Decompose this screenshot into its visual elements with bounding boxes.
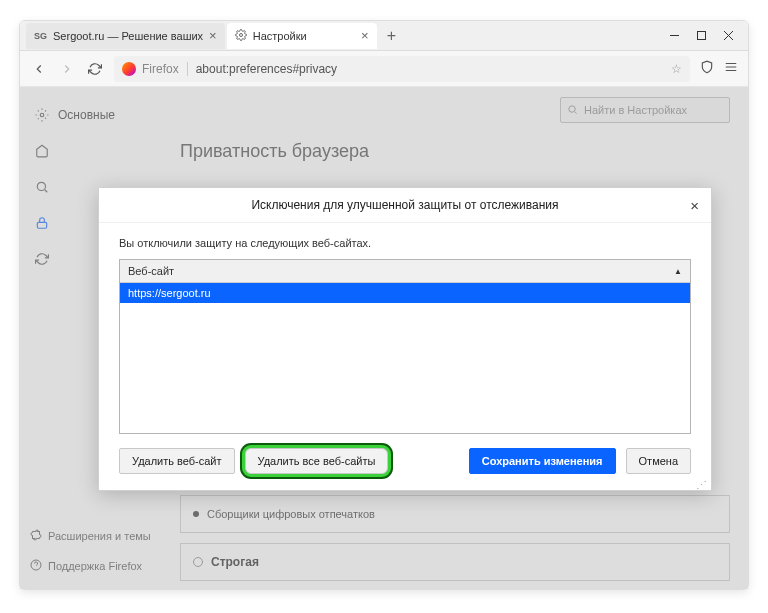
favicon: SG bbox=[34, 31, 47, 41]
sort-icon[interactable]: ▲ bbox=[674, 267, 682, 276]
cancel-button[interactable]: Отмена bbox=[626, 448, 691, 474]
firefox-icon bbox=[122, 62, 136, 76]
identity-label: Firefox bbox=[142, 62, 179, 76]
dialog-message: Вы отключили защиту на следующих веб-сай… bbox=[119, 237, 691, 249]
remove-site-button[interactable]: Удалить веб-сайт bbox=[119, 448, 235, 474]
exceptions-list: Веб-сайт ▲ https://sergoot.ru bbox=[119, 259, 691, 434]
back-button[interactable] bbox=[30, 60, 48, 78]
tab-settings[interactable]: Настройки × bbox=[227, 23, 377, 49]
list-body[interactable]: https://sergoot.ru bbox=[120, 283, 690, 433]
remove-all-sites-button[interactable]: Удалить все веб-сайты bbox=[245, 448, 389, 474]
close-icon[interactable]: × bbox=[361, 28, 369, 43]
reload-button[interactable] bbox=[86, 60, 104, 78]
save-button[interactable]: Сохранить изменения bbox=[469, 448, 616, 474]
minimize-icon[interactable] bbox=[669, 30, 680, 41]
gear-icon bbox=[235, 29, 247, 43]
list-item[interactable]: https://sergoot.ru bbox=[120, 283, 690, 303]
tab-label: Sergoot.ru — Решение ваших bbox=[53, 30, 203, 42]
column-label: Веб-сайт bbox=[128, 265, 174, 277]
new-tab-button[interactable]: + bbox=[379, 27, 404, 45]
address-bar[interactable]: Firefox about:preferences#privacy ☆ bbox=[114, 56, 690, 82]
tab-sergoot[interactable]: SG Sergoot.ru — Решение ваших × bbox=[26, 23, 225, 49]
svg-point-0 bbox=[239, 33, 242, 36]
url-text: about:preferences#privacy bbox=[196, 62, 337, 76]
close-icon[interactable]: × bbox=[209, 28, 217, 43]
dialog-title: Исключения для улучшенной защиты от отсл… bbox=[251, 198, 558, 212]
list-header[interactable]: Веб-сайт ▲ bbox=[120, 260, 690, 283]
close-icon[interactable]: × bbox=[690, 197, 699, 214]
bookmark-star-icon[interactable]: ☆ bbox=[671, 62, 682, 76]
menu-icon[interactable] bbox=[724, 60, 738, 77]
resize-handle[interactable]: ⋰ bbox=[696, 482, 707, 488]
shield-icon[interactable] bbox=[700, 60, 714, 77]
forward-button[interactable] bbox=[58, 60, 76, 78]
browser-window: SG Sergoot.ru — Решение ваших × Настройк… bbox=[19, 20, 749, 590]
dialog-title-bar: Исключения для улучшенной защиты от отсл… bbox=[99, 188, 711, 223]
window-close-icon[interactable] bbox=[723, 30, 734, 41]
tabstrip: SG Sergoot.ru — Решение ваших × Настройк… bbox=[20, 21, 748, 51]
svg-rect-1 bbox=[698, 32, 706, 40]
toolbar: Firefox about:preferences#privacy ☆ bbox=[20, 51, 748, 87]
tab-label: Настройки bbox=[253, 30, 355, 42]
maximize-icon[interactable] bbox=[696, 30, 707, 41]
exceptions-dialog: Исключения для улучшенной защиты от отсл… bbox=[98, 187, 712, 491]
